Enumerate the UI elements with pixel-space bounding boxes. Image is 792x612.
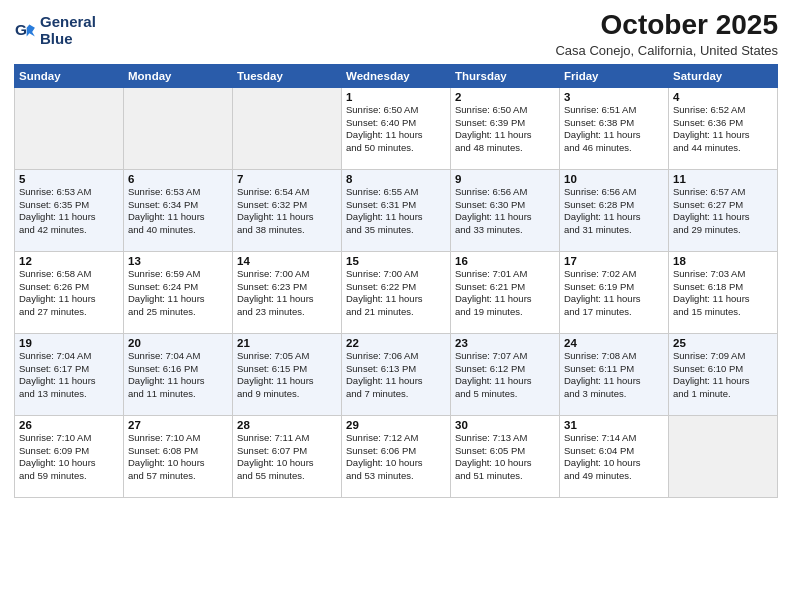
day-info: Sunrise: 7:03 AM Sunset: 6:18 PM Dayligh… (673, 268, 773, 319)
calendar-cell: 1Sunrise: 6:50 AM Sunset: 6:40 PM Daylig… (342, 87, 451, 169)
day-info: Sunrise: 6:52 AM Sunset: 6:36 PM Dayligh… (673, 104, 773, 155)
calendar-cell: 25Sunrise: 7:09 AM Sunset: 6:10 PM Dayli… (669, 333, 778, 415)
calendar-cell: 4Sunrise: 6:52 AM Sunset: 6:36 PM Daylig… (669, 87, 778, 169)
calendar-cell: 11Sunrise: 6:57 AM Sunset: 6:27 PM Dayli… (669, 169, 778, 251)
day-number: 9 (455, 173, 555, 185)
day-info: Sunrise: 6:51 AM Sunset: 6:38 PM Dayligh… (564, 104, 664, 155)
day-info: Sunrise: 7:13 AM Sunset: 6:05 PM Dayligh… (455, 432, 555, 483)
calendar-header: G General Blue October 2025 Casa Conejo,… (14, 10, 778, 58)
logo-text: General Blue (40, 14, 96, 47)
calendar-cell: 10Sunrise: 6:56 AM Sunset: 6:28 PM Dayli… (560, 169, 669, 251)
day-info: Sunrise: 6:50 AM Sunset: 6:40 PM Dayligh… (346, 104, 446, 155)
day-info: Sunrise: 6:59 AM Sunset: 6:24 PM Dayligh… (128, 268, 228, 319)
day-number: 21 (237, 337, 337, 349)
calendar-cell: 23Sunrise: 7:07 AM Sunset: 6:12 PM Dayli… (451, 333, 560, 415)
day-number: 26 (19, 419, 119, 431)
day-info: Sunrise: 7:06 AM Sunset: 6:13 PM Dayligh… (346, 350, 446, 401)
weekday-friday: Friday (560, 64, 669, 87)
calendar-table: SundayMondayTuesdayWednesdayThursdayFrid… (14, 64, 778, 498)
day-number: 25 (673, 337, 773, 349)
day-number: 28 (237, 419, 337, 431)
day-info: Sunrise: 7:11 AM Sunset: 6:07 PM Dayligh… (237, 432, 337, 483)
weekday-monday: Monday (124, 64, 233, 87)
calendar-cell: 13Sunrise: 6:59 AM Sunset: 6:24 PM Dayli… (124, 251, 233, 333)
day-number: 7 (237, 173, 337, 185)
calendar-cell: 22Sunrise: 7:06 AM Sunset: 6:13 PM Dayli… (342, 333, 451, 415)
weekday-thursday: Thursday (451, 64, 560, 87)
day-number: 11 (673, 173, 773, 185)
day-info: Sunrise: 6:53 AM Sunset: 6:35 PM Dayligh… (19, 186, 119, 237)
day-number: 19 (19, 337, 119, 349)
calendar-cell: 3Sunrise: 6:51 AM Sunset: 6:38 PM Daylig… (560, 87, 669, 169)
week-row-4: 19Sunrise: 7:04 AM Sunset: 6:17 PM Dayli… (15, 333, 778, 415)
day-number: 15 (346, 255, 446, 267)
calendar-cell: 5Sunrise: 6:53 AM Sunset: 6:35 PM Daylig… (15, 169, 124, 251)
day-number: 6 (128, 173, 228, 185)
weekday-tuesday: Tuesday (233, 64, 342, 87)
day-number: 30 (455, 419, 555, 431)
calendar-cell: 21Sunrise: 7:05 AM Sunset: 6:15 PM Dayli… (233, 333, 342, 415)
calendar-cell (124, 87, 233, 169)
weekday-saturday: Saturday (669, 64, 778, 87)
calendar-cell: 16Sunrise: 7:01 AM Sunset: 6:21 PM Dayli… (451, 251, 560, 333)
calendar-cell: 18Sunrise: 7:03 AM Sunset: 6:18 PM Dayli… (669, 251, 778, 333)
logo: G General Blue (14, 14, 96, 47)
week-row-2: 5Sunrise: 6:53 AM Sunset: 6:35 PM Daylig… (15, 169, 778, 251)
day-number: 5 (19, 173, 119, 185)
calendar-cell: 17Sunrise: 7:02 AM Sunset: 6:19 PM Dayli… (560, 251, 669, 333)
day-number: 13 (128, 255, 228, 267)
day-info: Sunrise: 7:10 AM Sunset: 6:09 PM Dayligh… (19, 432, 119, 483)
day-number: 14 (237, 255, 337, 267)
calendar-cell (669, 415, 778, 497)
day-info: Sunrise: 7:00 AM Sunset: 6:23 PM Dayligh… (237, 268, 337, 319)
logo-icon: G (14, 20, 36, 42)
calendar-cell: 27Sunrise: 7:10 AM Sunset: 6:08 PM Dayli… (124, 415, 233, 497)
week-row-3: 12Sunrise: 6:58 AM Sunset: 6:26 PM Dayli… (15, 251, 778, 333)
day-number: 17 (564, 255, 664, 267)
calendar-cell: 31Sunrise: 7:14 AM Sunset: 6:04 PM Dayli… (560, 415, 669, 497)
day-info: Sunrise: 7:04 AM Sunset: 6:16 PM Dayligh… (128, 350, 228, 401)
day-info: Sunrise: 6:58 AM Sunset: 6:26 PM Dayligh… (19, 268, 119, 319)
day-info: Sunrise: 7:12 AM Sunset: 6:06 PM Dayligh… (346, 432, 446, 483)
day-number: 2 (455, 91, 555, 103)
day-number: 3 (564, 91, 664, 103)
calendar-cell: 8Sunrise: 6:55 AM Sunset: 6:31 PM Daylig… (342, 169, 451, 251)
day-info: Sunrise: 7:05 AM Sunset: 6:15 PM Dayligh… (237, 350, 337, 401)
calendar-cell: 26Sunrise: 7:10 AM Sunset: 6:09 PM Dayli… (15, 415, 124, 497)
day-info: Sunrise: 7:08 AM Sunset: 6:11 PM Dayligh… (564, 350, 664, 401)
day-info: Sunrise: 7:14 AM Sunset: 6:04 PM Dayligh… (564, 432, 664, 483)
location-title: Casa Conejo, California, United States (555, 43, 778, 58)
calendar-cell (233, 87, 342, 169)
weekday-wednesday: Wednesday (342, 64, 451, 87)
day-info: Sunrise: 7:00 AM Sunset: 6:22 PM Dayligh… (346, 268, 446, 319)
calendar-cell: 6Sunrise: 6:53 AM Sunset: 6:34 PM Daylig… (124, 169, 233, 251)
week-row-1: 1Sunrise: 6:50 AM Sunset: 6:40 PM Daylig… (15, 87, 778, 169)
calendar-cell: 9Sunrise: 6:56 AM Sunset: 6:30 PM Daylig… (451, 169, 560, 251)
week-row-5: 26Sunrise: 7:10 AM Sunset: 6:09 PM Dayli… (15, 415, 778, 497)
day-number: 20 (128, 337, 228, 349)
day-number: 8 (346, 173, 446, 185)
calendar-cell: 7Sunrise: 6:54 AM Sunset: 6:32 PM Daylig… (233, 169, 342, 251)
calendar-cell: 30Sunrise: 7:13 AM Sunset: 6:05 PM Dayli… (451, 415, 560, 497)
title-block: October 2025 Casa Conejo, California, Un… (555, 10, 778, 58)
weekday-header-row: SundayMondayTuesdayWednesdayThursdayFrid… (15, 64, 778, 87)
day-info: Sunrise: 6:54 AM Sunset: 6:32 PM Dayligh… (237, 186, 337, 237)
day-number: 4 (673, 91, 773, 103)
calendar-cell: 24Sunrise: 7:08 AM Sunset: 6:11 PM Dayli… (560, 333, 669, 415)
calendar-cell: 15Sunrise: 7:00 AM Sunset: 6:22 PM Dayli… (342, 251, 451, 333)
calendar-cell: 19Sunrise: 7:04 AM Sunset: 6:17 PM Dayli… (15, 333, 124, 415)
day-number: 24 (564, 337, 664, 349)
day-number: 18 (673, 255, 773, 267)
day-info: Sunrise: 7:09 AM Sunset: 6:10 PM Dayligh… (673, 350, 773, 401)
day-info: Sunrise: 6:55 AM Sunset: 6:31 PM Dayligh… (346, 186, 446, 237)
weekday-sunday: Sunday (15, 64, 124, 87)
day-info: Sunrise: 7:07 AM Sunset: 6:12 PM Dayligh… (455, 350, 555, 401)
svg-marker-1 (27, 24, 35, 36)
day-info: Sunrise: 7:02 AM Sunset: 6:19 PM Dayligh… (564, 268, 664, 319)
calendar-cell: 14Sunrise: 7:00 AM Sunset: 6:23 PM Dayli… (233, 251, 342, 333)
calendar-cell: 28Sunrise: 7:11 AM Sunset: 6:07 PM Dayli… (233, 415, 342, 497)
day-info: Sunrise: 7:04 AM Sunset: 6:17 PM Dayligh… (19, 350, 119, 401)
calendar-cell (15, 87, 124, 169)
day-number: 22 (346, 337, 446, 349)
day-number: 1 (346, 91, 446, 103)
